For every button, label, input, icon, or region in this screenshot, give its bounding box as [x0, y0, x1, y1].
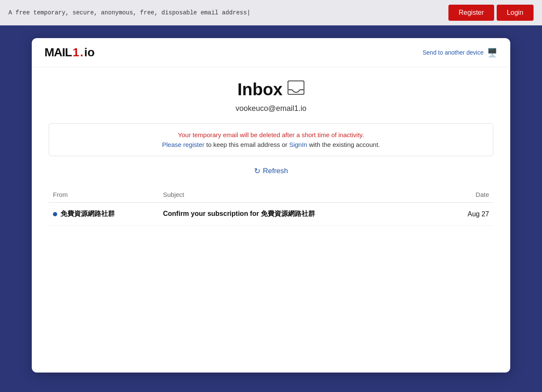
mail-card: MAIL 1 . io Send to another device 🖥️ In…: [32, 38, 510, 373]
page-wrapper: MAIL 1 . io Send to another device 🖥️ In…: [0, 25, 542, 385]
inbox-title: Inbox: [238, 80, 283, 99]
refresh-label: Refresh: [263, 167, 288, 175]
table-row[interactable]: 免費資源網路社群Confirm your subscription for 免費…: [49, 203, 493, 226]
warning-text-line2: Please register to keep this email addre…: [59, 141, 483, 148]
login-button[interactable]: Login: [497, 5, 534, 21]
refresh-icon: ↻: [254, 166, 260, 176]
email-address: vookeuco@email1.io: [49, 104, 493, 113]
logo-text-dot: .: [80, 46, 83, 59]
logo-text-io: io: [84, 46, 95, 59]
inbox-title-row: Inbox: [49, 80, 493, 99]
warning-text-line1: Your temporary email will be deleted aft…: [59, 131, 483, 138]
logo-text-mail: MAIL: [44, 46, 72, 59]
card-header: MAIL 1 . io Send to another device 🖥️: [32, 38, 510, 67]
device-icon: 🖥️: [487, 47, 498, 58]
email-table: From Subject Date 免費資源網路社群Confirm your s…: [49, 188, 493, 226]
card-body: Inbox vookeuco@email1.io Your temporary …: [32, 67, 510, 243]
top-bar-buttons: Register Login: [448, 5, 534, 21]
date-text: Aug 27: [467, 210, 489, 218]
col-header-from: From: [49, 188, 159, 203]
signin-link[interactable]: SignIn: [289, 141, 307, 148]
inbox-icon: [288, 80, 304, 99]
please-register-link[interactable]: Please register: [162, 141, 205, 148]
refresh-row: ↻ Refresh: [49, 166, 493, 176]
table-cell-from: 免費資源網路社群: [49, 203, 159, 226]
send-to-device-link[interactable]: Send to another device 🖥️: [423, 47, 498, 58]
unread-dot: [53, 212, 57, 216]
logo: MAIL 1 . io: [44, 46, 95, 59]
warning-box: Your temporary email will be deleted aft…: [49, 123, 493, 156]
top-bar: A free temporary, secure, anonymous, fre…: [0, 0, 542, 25]
col-header-subject: Subject: [159, 188, 442, 203]
table-cell-subject: Confirm your subscription for 免費資源網路社群: [159, 203, 442, 226]
table-cell-date: Aug 27: [442, 203, 493, 226]
email-table-body: 免費資源網路社群Confirm your subscription for 免費…: [49, 203, 493, 226]
tagline: A free temporary, secure, anonymous, fre…: [8, 9, 250, 16]
subject-text: Confirm your subscription for 免費資源網路社群: [163, 210, 315, 217]
refresh-button[interactable]: ↻ Refresh: [254, 166, 288, 176]
table-header: From Subject Date: [49, 188, 493, 203]
from-name: 免費資源網路社群: [61, 210, 115, 217]
send-to-device-label: Send to another device: [423, 49, 484, 56]
col-header-date: Date: [442, 188, 493, 203]
register-button[interactable]: Register: [448, 5, 494, 21]
table-header-row: From Subject Date: [49, 188, 493, 203]
logo-text-1: 1: [72, 46, 79, 59]
